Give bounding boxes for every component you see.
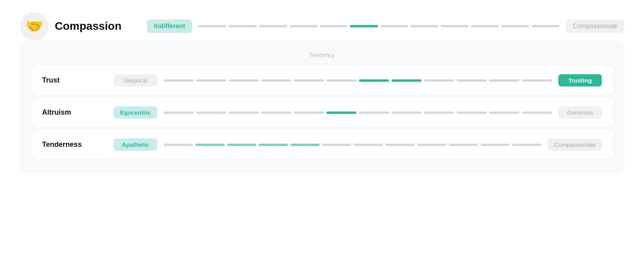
dash-segment bbox=[326, 79, 357, 82]
dash-segment bbox=[229, 79, 259, 82]
trust-left-label: Skeptical bbox=[114, 74, 157, 87]
dash-segment bbox=[359, 79, 389, 82]
header: 🤝 Compassion Indifferent Compassionate bbox=[20, 12, 624, 40]
dash-segment bbox=[449, 144, 478, 146]
dash-segment bbox=[290, 144, 320, 146]
dash-segment bbox=[411, 25, 438, 27]
dash-segment bbox=[320, 25, 347, 27]
dash-segment bbox=[227, 144, 256, 146]
trust-right-label: Trusting bbox=[558, 74, 602, 87]
dash-segment bbox=[196, 79, 226, 82]
dash-segment bbox=[501, 25, 529, 27]
dash-segment bbox=[259, 25, 287, 27]
dash-segment bbox=[164, 112, 194, 114]
overall-left-label: Indifferent bbox=[147, 19, 192, 33]
dash-segment bbox=[391, 79, 422, 82]
dash-segment bbox=[261, 79, 291, 82]
dash-segment bbox=[164, 79, 194, 82]
dash-segment bbox=[294, 112, 324, 114]
dash-segment bbox=[532, 25, 559, 27]
dash-segment bbox=[441, 25, 469, 27]
altruism-left-label: Egocentric bbox=[114, 106, 157, 119]
row-altruism: AltruismEgocentricGenerous bbox=[33, 98, 611, 127]
dash-segment bbox=[424, 112, 454, 114]
dash-segment bbox=[350, 25, 378, 27]
dash-segment bbox=[512, 144, 542, 146]
main-card: Tendency TrustSkepticalTrustingAltruismE… bbox=[20, 40, 624, 174]
app-title: Compassion bbox=[55, 20, 121, 33]
dash-segment bbox=[229, 25, 256, 27]
dash-segment bbox=[424, 79, 454, 82]
row-tenderness: TendernessApatheticCompassionate bbox=[33, 131, 611, 159]
dash-segment bbox=[391, 112, 422, 114]
tenderness-track bbox=[164, 144, 542, 146]
rows-container: TrustSkepticalTrustingAltruismEgocentric… bbox=[33, 66, 611, 163]
row-trust: TrustSkepticalTrusting bbox=[33, 66, 611, 94]
overall-scale: Indifferent Compassionate bbox=[147, 19, 624, 33]
overall-right-label: Compassionate bbox=[566, 19, 624, 33]
trust-scale: SkepticalTrusting bbox=[114, 74, 602, 87]
dash-segment bbox=[322, 144, 351, 146]
app-icon: 🤝 bbox=[20, 12, 48, 40]
tenderness-scale: ApatheticCompassionate bbox=[114, 138, 602, 151]
dash-segment bbox=[359, 112, 389, 114]
dash-segment bbox=[471, 25, 499, 27]
dash-segment bbox=[522, 112, 552, 114]
dash-segment bbox=[522, 79, 552, 82]
dash-segment bbox=[258, 144, 288, 146]
dash-segment bbox=[489, 112, 519, 114]
dash-segment bbox=[289, 25, 317, 27]
tendency-label: Tendency bbox=[33, 52, 611, 58]
dash-segment bbox=[261, 112, 291, 114]
dash-segment bbox=[417, 144, 447, 146]
dash-segment bbox=[229, 112, 259, 114]
dash-segment bbox=[489, 79, 519, 82]
dash-segment bbox=[164, 144, 193, 146]
dash-segment bbox=[457, 112, 487, 114]
dash-segment bbox=[195, 144, 225, 146]
tenderness-right-label: Compassionate bbox=[548, 138, 602, 151]
altruism-track bbox=[164, 112, 552, 114]
dash-segment bbox=[199, 25, 226, 27]
dash-segment bbox=[480, 144, 510, 146]
dash-segment bbox=[294, 79, 324, 82]
overall-dash-track bbox=[199, 25, 559, 27]
trust-label: Trust bbox=[42, 76, 106, 85]
altruism-scale: EgocentricGenerous bbox=[114, 106, 602, 119]
altruism-label: Altruism bbox=[42, 108, 106, 117]
altruism-right-label: Generous bbox=[558, 106, 602, 119]
dash-segment bbox=[354, 144, 383, 146]
tenderness-left-label: Apathetic bbox=[114, 138, 157, 151]
dash-segment bbox=[196, 112, 226, 114]
dash-segment bbox=[326, 112, 357, 114]
dash-segment bbox=[386, 144, 415, 146]
trust-track bbox=[164, 79, 552, 82]
tenderness-label: Tenderness bbox=[42, 140, 106, 149]
dash-segment bbox=[457, 79, 487, 82]
dash-segment bbox=[380, 25, 408, 27]
